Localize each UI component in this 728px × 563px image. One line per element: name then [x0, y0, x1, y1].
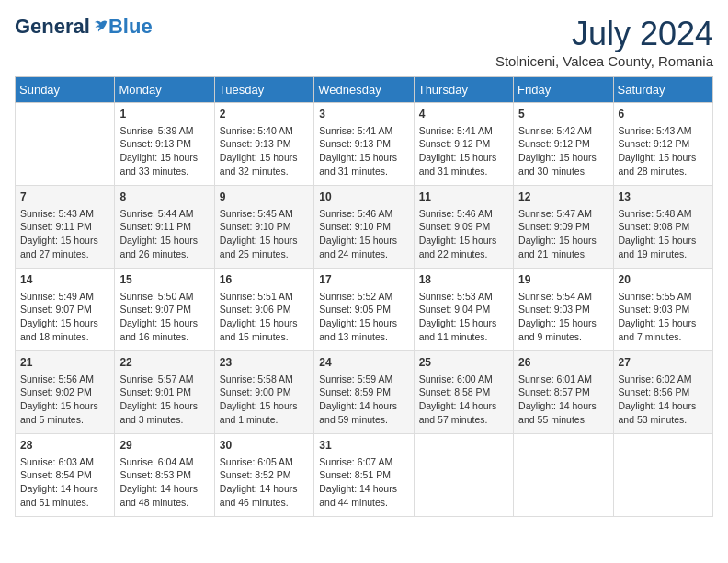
calendar-week-row: 21Sunrise: 5:56 AM Sunset: 9:02 PM Dayli… [16, 351, 713, 434]
calendar-day-cell: 25Sunrise: 6:00 AM Sunset: 8:58 PM Dayli… [414, 351, 513, 434]
day-number: 12 [518, 190, 608, 205]
calendar-day-cell: 29Sunrise: 6:04 AM Sunset: 8:53 PM Dayli… [115, 434, 214, 517]
logo-blue-text: Blue [108, 15, 153, 39]
day-number: 26 [518, 355, 608, 371]
calendar-day-cell: 31Sunrise: 6:07 AM Sunset: 8:51 PM Dayli… [314, 434, 414, 517]
day-number: 21 [20, 355, 109, 371]
calendar-day-cell: 12Sunrise: 5:47 AM Sunset: 9:09 PM Dayli… [514, 186, 613, 269]
calendar-day-cell [16, 103, 115, 186]
day-number: 19 [518, 272, 608, 288]
day-number: 25 [419, 355, 508, 371]
calendar-week-row: 7Sunrise: 5:43 AM Sunset: 9:11 PM Daylig… [16, 186, 713, 269]
day-info: Sunrise: 5:43 AM Sunset: 9:12 PM Dayligh… [619, 124, 708, 178]
day-number: 2 [220, 107, 309, 122]
day-number: 29 [119, 438, 209, 454]
calendar-day-cell: 4Sunrise: 5:41 AM Sunset: 9:12 PM Daylig… [414, 103, 513, 186]
logo-general-text: General [15, 15, 90, 39]
day-number: 31 [319, 438, 408, 454]
day-info: Sunrise: 5:47 AM Sunset: 9:09 PM Dayligh… [518, 207, 608, 261]
day-number: 3 [319, 107, 408, 122]
header-row: SundayMondayTuesdayWednesdayThursdayFrid… [16, 77, 713, 103]
calendar-day-cell [613, 434, 712, 517]
day-info: Sunrise: 5:45 AM Sunset: 9:10 PM Dayligh… [220, 207, 309, 261]
logo: General Blue [15, 15, 153, 39]
day-info: Sunrise: 5:49 AM Sunset: 9:07 PM Dayligh… [20, 290, 109, 344]
weekday-header: Friday [514, 77, 613, 103]
day-number: 8 [119, 190, 209, 205]
calendar-day-cell: 17Sunrise: 5:52 AM Sunset: 9:05 PM Dayli… [314, 269, 414, 351]
calendar-day-cell: 14Sunrise: 5:49 AM Sunset: 9:07 PM Dayli… [16, 269, 115, 351]
calendar-day-cell: 13Sunrise: 5:48 AM Sunset: 9:08 PM Dayli… [613, 186, 712, 269]
day-number: 5 [518, 107, 608, 122]
day-info: Sunrise: 6:07 AM Sunset: 8:51 PM Dayligh… [319, 455, 408, 510]
day-info: Sunrise: 5:44 AM Sunset: 9:11 PM Dayligh… [119, 207, 209, 261]
day-number: 24 [319, 355, 408, 371]
day-info: Sunrise: 5:43 AM Sunset: 9:11 PM Dayligh… [20, 207, 109, 261]
day-info: Sunrise: 5:41 AM Sunset: 9:13 PM Dayligh… [319, 124, 408, 178]
weekday-header: Thursday [414, 77, 513, 103]
day-info: Sunrise: 5:46 AM Sunset: 9:09 PM Dayligh… [419, 207, 508, 261]
day-info: Sunrise: 5:42 AM Sunset: 9:12 PM Dayligh… [518, 124, 608, 178]
day-number: 18 [419, 272, 508, 288]
calendar-day-cell: 6Sunrise: 5:43 AM Sunset: 9:12 PM Daylig… [613, 103, 712, 186]
weekday-header: Wednesday [314, 77, 414, 103]
day-info: Sunrise: 5:59 AM Sunset: 8:59 PM Dayligh… [319, 373, 408, 427]
calendar-day-cell [414, 434, 513, 517]
day-info: Sunrise: 5:58 AM Sunset: 9:00 PM Dayligh… [220, 373, 309, 427]
calendar-day-cell: 5Sunrise: 5:42 AM Sunset: 9:12 PM Daylig… [514, 103, 613, 186]
title-block: July 2024 Stolniceni, Valcea County, Rom… [495, 15, 713, 69]
day-info: Sunrise: 6:01 AM Sunset: 8:57 PM Dayligh… [518, 373, 608, 427]
calendar-day-cell: 26Sunrise: 6:01 AM Sunset: 8:57 PM Dayli… [514, 351, 613, 434]
day-info: Sunrise: 6:02 AM Sunset: 8:56 PM Dayligh… [619, 373, 708, 427]
calendar-day-cell: 8Sunrise: 5:44 AM Sunset: 9:11 PM Daylig… [115, 186, 214, 269]
day-number: 15 [119, 272, 209, 288]
day-number: 7 [20, 190, 109, 205]
day-info: Sunrise: 5:46 AM Sunset: 9:10 PM Dayligh… [319, 207, 408, 261]
day-info: Sunrise: 6:04 AM Sunset: 8:53 PM Dayligh… [119, 455, 209, 510]
page-header: General Blue July 2024 Stolniceni, Valce… [15, 15, 713, 69]
day-info: Sunrise: 5:40 AM Sunset: 9:13 PM Dayligh… [220, 124, 309, 178]
day-info: Sunrise: 6:00 AM Sunset: 8:58 PM Dayligh… [419, 373, 508, 427]
day-number: 27 [619, 355, 708, 371]
calendar-day-cell [514, 434, 613, 517]
day-number: 30 [220, 438, 309, 454]
day-number: 16 [220, 272, 309, 288]
calendar-week-row: 1Sunrise: 5:39 AM Sunset: 9:13 PM Daylig… [16, 103, 713, 186]
day-number: 17 [319, 272, 408, 288]
day-info: Sunrise: 5:51 AM Sunset: 9:06 PM Dayligh… [220, 290, 309, 344]
day-info: Sunrise: 5:50 AM Sunset: 9:07 PM Dayligh… [119, 290, 209, 344]
calendar-day-cell: 3Sunrise: 5:41 AM Sunset: 9:13 PM Daylig… [314, 103, 414, 186]
day-info: Sunrise: 5:57 AM Sunset: 9:01 PM Dayligh… [119, 373, 209, 427]
calendar-day-cell: 10Sunrise: 5:46 AM Sunset: 9:10 PM Dayli… [314, 186, 414, 269]
calendar-day-cell: 18Sunrise: 5:53 AM Sunset: 9:04 PM Dayli… [414, 269, 513, 351]
day-number: 14 [20, 272, 109, 288]
day-info: Sunrise: 5:41 AM Sunset: 9:12 PM Dayligh… [419, 124, 508, 178]
day-number: 13 [619, 190, 708, 205]
day-number: 4 [419, 107, 508, 122]
calendar-day-cell: 30Sunrise: 6:05 AM Sunset: 8:52 PM Dayli… [214, 434, 313, 517]
calendar-week-row: 28Sunrise: 6:03 AM Sunset: 8:54 PM Dayli… [16, 434, 713, 517]
calendar-day-cell: 20Sunrise: 5:55 AM Sunset: 9:03 PM Dayli… [613, 269, 712, 351]
day-info: Sunrise: 5:53 AM Sunset: 9:04 PM Dayligh… [419, 290, 508, 344]
day-info: Sunrise: 5:54 AM Sunset: 9:03 PM Dayligh… [518, 290, 608, 344]
calendar-table: SundayMondayTuesdayWednesdayThursdayFrid… [15, 76, 713, 517]
calendar-day-cell: 7Sunrise: 5:43 AM Sunset: 9:11 PM Daylig… [16, 186, 115, 269]
calendar-day-cell: 11Sunrise: 5:46 AM Sunset: 9:09 PM Dayli… [414, 186, 513, 269]
day-number: 1 [119, 107, 209, 122]
logo-bird-icon [92, 18, 108, 35]
calendar-day-cell: 21Sunrise: 5:56 AM Sunset: 9:02 PM Dayli… [16, 351, 115, 434]
calendar-day-cell: 22Sunrise: 5:57 AM Sunset: 9:01 PM Dayli… [115, 351, 214, 434]
calendar-day-cell: 19Sunrise: 5:54 AM Sunset: 9:03 PM Dayli… [514, 269, 613, 351]
calendar-day-cell: 23Sunrise: 5:58 AM Sunset: 9:00 PM Dayli… [214, 351, 313, 434]
day-number: 28 [20, 438, 109, 454]
day-info: Sunrise: 6:03 AM Sunset: 8:54 PM Dayligh… [20, 455, 109, 510]
calendar-day-cell: 1Sunrise: 5:39 AM Sunset: 9:13 PM Daylig… [115, 103, 214, 186]
location: Stolniceni, Valcea County, Romania [495, 53, 713, 69]
calendar-week-row: 14Sunrise: 5:49 AM Sunset: 9:07 PM Dayli… [16, 269, 713, 351]
day-number: 9 [220, 190, 309, 205]
calendar-day-cell: 27Sunrise: 6:02 AM Sunset: 8:56 PM Dayli… [613, 351, 712, 434]
day-info: Sunrise: 5:55 AM Sunset: 9:03 PM Dayligh… [619, 290, 708, 344]
calendar-day-cell: 28Sunrise: 6:03 AM Sunset: 8:54 PM Dayli… [16, 434, 115, 517]
month-title: July 2024 [495, 15, 713, 53]
day-info: Sunrise: 5:52 AM Sunset: 9:05 PM Dayligh… [319, 290, 408, 344]
